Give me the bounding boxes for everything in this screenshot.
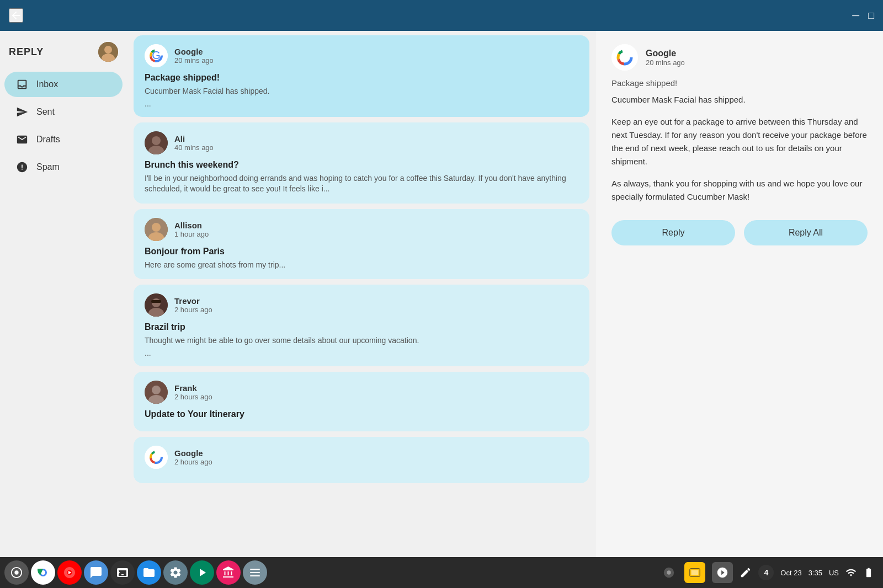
detail-header: Google 20 mins ago: [611, 44, 868, 71]
detail-body-line1: Cucumber Mask Facial has shipped.: [611, 93, 868, 106]
email-ellipsis-1: ...: [145, 99, 578, 108]
email-sender-3: Allison: [174, 221, 209, 230]
email-detail-panel: Google 20 mins ago Package shipped! Cucu…: [596, 31, 883, 557]
reply-all-button[interactable]: Reply All: [744, 220, 868, 245]
email-card-1[interactable]: G Google 20 mins ago Package shipped! Cu…: [134, 35, 589, 117]
maximize-button[interactable]: □: [868, 10, 874, 22]
svg-point-22: [145, 446, 168, 469]
taskbar-region: US: [829, 569, 839, 577]
svg-point-20: [152, 386, 161, 394]
tray-badge-icon[interactable]: 4: [758, 565, 774, 580]
sidebar-item-drafts-label: Drafts: [36, 135, 60, 145]
email-subject-4: Brazil trip: [145, 322, 578, 332]
email-preview-3: Here are some great shots from my trip..…: [145, 260, 578, 271]
svg-rect-18: [151, 300, 161, 303]
svg-point-10: [152, 136, 161, 145]
email-card-1-header: G Google 20 mins ago: [145, 44, 578, 67]
email-meta-3: Allison 1 hour ago: [174, 221, 209, 238]
email-meta-6: Google 2 hours ago: [174, 448, 212, 466]
taskbar-terminal-icon[interactable]: [110, 560, 135, 585]
svg-point-13: [152, 223, 161, 232]
battery-icon: [863, 567, 874, 578]
wifi-icon: [845, 567, 857, 578]
sent-icon: [15, 106, 29, 118]
taskbar-date: Oct 23: [780, 569, 801, 577]
email-card-2[interactable]: Ali 40 mins ago Brunch this weekend? I'l…: [134, 122, 589, 204]
sidebar-item-inbox[interactable]: Inbox: [4, 72, 123, 97]
email-subject-2: Brunch this weekend?: [145, 160, 578, 170]
email-time-4: 2 hours ago: [174, 306, 212, 314]
email-card-4[interactable]: Trevor 2 hours ago Brazil trip Thought w…: [134, 285, 589, 366]
email-avatar-allison: [145, 218, 168, 241]
svg-point-41: [667, 570, 671, 574]
sidebar-item-drafts[interactable]: Drafts: [4, 127, 123, 152]
minimize-button[interactable]: ─: [852, 10, 859, 22]
title-bar: ─ □: [0, 0, 883, 31]
email-time-5: 2 hours ago: [174, 393, 212, 401]
email-avatar-google-2: [145, 446, 168, 469]
email-card-3[interactable]: Allison 1 hour ago Bonjour from Paris He…: [134, 209, 589, 280]
taskbar-chrome-icon[interactable]: [31, 560, 55, 585]
title-bar-left: [9, 8, 23, 23]
email-card-5[interactable]: Frank 2 hours ago Update to Your Itinera…: [134, 372, 589, 431]
email-card-3-header: Allison 1 hour ago: [145, 218, 578, 241]
svg-rect-39: [250, 575, 260, 576]
email-card-5-header: Frank 2 hours ago: [145, 381, 578, 404]
email-sender-2: Ali: [174, 134, 214, 143]
taskbar-app-drawer-icon[interactable]: [216, 560, 241, 585]
taskbar-time: 3:35: [808, 569, 822, 577]
sidebar: REPLY Inbox Sen: [0, 31, 127, 557]
email-avatar-ali: [145, 131, 168, 154]
email-card-6[interactable]: Google 2 hours ago: [134, 437, 589, 483]
detail-body-para2: As always, thank you for shopping with u…: [611, 177, 868, 204]
tray-icon-1[interactable]: [684, 562, 705, 583]
taskbar-mic-icon[interactable]: [4, 560, 29, 585]
reply-button[interactable]: Reply: [611, 220, 735, 245]
email-sender-4: Trevor: [174, 296, 212, 306]
email-time-6: 2 hours ago: [174, 458, 212, 466]
email-card-6-header: Google 2 hours ago: [145, 446, 578, 469]
email-avatar-trevor: [145, 293, 168, 317]
taskbar-camera-icon[interactable]: [660, 564, 678, 581]
back-button[interactable]: [9, 8, 23, 23]
email-subject-5: Update to Your Itinerary: [145, 409, 578, 419]
email-meta-4: Trevor 2 hours ago: [174, 296, 212, 314]
taskbar-play-icon[interactable]: [190, 560, 214, 585]
taskbar-settings-icon[interactable]: [163, 560, 188, 585]
email-subject-1: Package shipped!: [145, 73, 578, 83]
svg-point-33: [14, 570, 18, 574]
email-avatar-google-1: G: [145, 44, 168, 67]
email-meta-5: Frank 2 hours ago: [174, 383, 212, 401]
svg-rect-43: [691, 570, 699, 575]
sidebar-title: REPLY: [9, 46, 44, 58]
main-container: REPLY Inbox Sen: [0, 31, 883, 557]
sidebar-item-inbox-label: Inbox: [36, 79, 58, 89]
email-subject-3: Bonjour from Paris: [145, 247, 578, 256]
taskbar-files-icon[interactable]: [137, 560, 161, 585]
tray-icon-2[interactable]: [712, 562, 733, 583]
detail-actions: Reply Reply All: [611, 220, 868, 245]
svg-point-1: [104, 46, 112, 54]
email-preview-4: Thought we might be able to go over some…: [145, 335, 578, 346]
svg-rect-37: [250, 569, 260, 570]
email-preview-1: Cucumber Mask Facial has shipped.: [145, 86, 578, 97]
sidebar-item-sent-label: Sent: [36, 107, 55, 117]
email-ellipsis-4: ...: [145, 349, 578, 357]
user-avatar[interactable]: [98, 42, 118, 62]
email-list: G Google 20 mins ago Package shipped! Cu…: [127, 31, 596, 557]
email-sender-1: Google: [174, 47, 214, 56]
sidebar-item-sent[interactable]: Sent: [4, 99, 123, 125]
taskbar-menu-icon[interactable]: [243, 560, 267, 585]
taskbar: 4 Oct 23 3:35 US: [0, 557, 883, 588]
drafts-icon: [15, 133, 29, 146]
email-meta-1: Google 20 mins ago: [174, 47, 214, 65]
svg-point-27: [611, 44, 638, 71]
taskbar-chat-icon[interactable]: [84, 560, 108, 585]
tray-pencil-icon[interactable]: [740, 566, 752, 579]
taskbar-youtube-icon[interactable]: [57, 560, 82, 585]
detail-avatar: [611, 44, 638, 71]
detail-time: 20 mins ago: [646, 58, 685, 67]
sidebar-item-spam-label: Spam: [36, 162, 60, 172]
sidebar-item-spam[interactable]: Spam: [4, 154, 123, 180]
email-time-3: 1 hour ago: [174, 230, 209, 238]
